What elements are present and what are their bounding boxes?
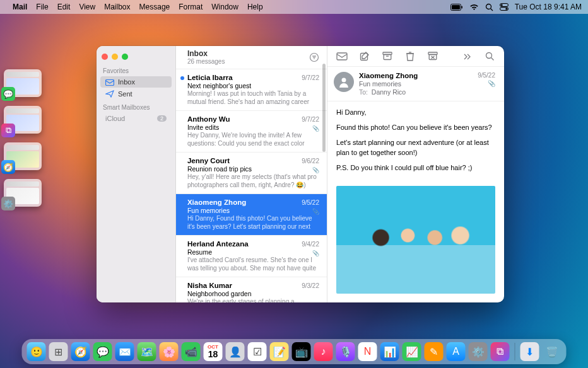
message-body: Hi Danny,Found this photo! Can you belie… bbox=[327, 101, 504, 183]
filter-button[interactable] bbox=[309, 52, 319, 62]
menu-file[interactable]: File bbox=[36, 3, 48, 11]
body-paragraph: P.S. Do you think I could pull off blue … bbox=[336, 163, 495, 173]
menu-message[interactable]: Message bbox=[139, 3, 170, 11]
dock-facetime[interactable]: 📹 bbox=[182, 342, 201, 361]
spotlight-icon[interactable] bbox=[485, 3, 493, 11]
svg-rect-2 bbox=[461, 6, 462, 8]
message-row[interactable]: Nisha Kumar9/3/22Neighborhood gardenWe'r… bbox=[176, 277, 327, 302]
header-date: 9/5/22 bbox=[478, 72, 495, 79]
dock: 🙂 ⊞ 🧭 💬 ✉️ 🗺️ 🌸 📹 OCT18 👤 ☑︎ 📝 📺 ♪ 🎙️ N … bbox=[22, 339, 567, 364]
message-row[interactable]: Herland Antezana9/4/22ResumeI've attache… bbox=[176, 235, 327, 277]
svg-point-25 bbox=[342, 78, 346, 83]
sent-icon bbox=[105, 90, 114, 98]
dock-news[interactable]: N bbox=[358, 342, 377, 361]
message-attachment-image[interactable] bbox=[336, 186, 495, 294]
header-from: Xiaomeng Zhong bbox=[359, 72, 473, 79]
menu-clock[interactable]: Tue Oct 18 9:41 AM bbox=[515, 3, 582, 11]
dock-trash[interactable]: 🗑️ bbox=[543, 342, 562, 361]
wifi-icon[interactable] bbox=[469, 4, 479, 11]
stage-thumb-settings[interactable]: ⚙️ bbox=[4, 179, 42, 207]
header-to: To: Danny Rico bbox=[359, 88, 473, 96]
stage-thumb-safari[interactable]: 🧭 bbox=[4, 142, 42, 170]
dock-safari[interactable]: 🧭 bbox=[71, 342, 90, 361]
svg-point-23 bbox=[486, 52, 491, 58]
scrollbar[interactable] bbox=[322, 64, 326, 152]
sidebar-item-sent[interactable]: Sent bbox=[100, 88, 172, 100]
sidebar-section-smart: Smart Mailboxes bbox=[97, 100, 175, 112]
icloud-badge: 2 bbox=[157, 115, 167, 122]
get-mail-button[interactable] bbox=[336, 50, 348, 62]
message-preview: Hey Danny, We're loving the invite! A fe… bbox=[187, 132, 319, 147]
message-row[interactable]: Leticia Ibarra9/7/22Next neighbor's gues… bbox=[176, 69, 327, 110]
menu-mailbox[interactable]: Mailbox bbox=[104, 3, 130, 11]
archive-button[interactable] bbox=[382, 50, 393, 62]
dock-settings[interactable]: ⚙️ bbox=[469, 342, 488, 361]
message-preview: Hey, y'all! Here are my selects (that's … bbox=[187, 173, 319, 189]
menu-format[interactable]: Format bbox=[179, 3, 203, 11]
dock-downloads[interactable]: ⬇︎ bbox=[520, 342, 539, 361]
dock-tv[interactable]: 📺 bbox=[292, 342, 311, 361]
close-button[interactable] bbox=[102, 54, 108, 60]
stage-manager-strip: 💬 ⧉ 🧭 ⚙️ bbox=[4, 69, 44, 207]
stage-thumb-messages[interactable]: 💬 bbox=[4, 69, 42, 97]
dock-numbers[interactable]: 📈 bbox=[403, 342, 421, 361]
app-menu[interactable]: Mail bbox=[13, 3, 27, 11]
avatar bbox=[334, 72, 354, 92]
mail-window: Favorites Inbox Sent Smart Mailboxes iCl… bbox=[97, 46, 504, 302]
message-row[interactable]: Jenny Court9/6/22Reunion road trip picsH… bbox=[176, 152, 327, 193]
svg-point-6 bbox=[500, 4, 502, 6]
message-date: 9/6/22 bbox=[302, 158, 319, 164]
stage-thumb-shortcuts[interactable]: ⧉ bbox=[4, 106, 42, 134]
search-button[interactable] bbox=[484, 50, 495, 62]
message-from: Anthony Wu bbox=[187, 115, 302, 123]
message-list[interactable]: Leticia Ibarra9/7/22Next neighbor's gues… bbox=[176, 69, 327, 302]
message-date: 9/7/22 bbox=[302, 116, 319, 123]
inbox-icon bbox=[105, 78, 114, 86]
dock-calendar[interactable]: OCT18 bbox=[204, 342, 223, 361]
sidebar-item-inbox[interactable]: Inbox bbox=[100, 76, 172, 88]
message-row[interactable]: Anthony Wu9/7/22Invite editsHey Danny, W… bbox=[176, 110, 327, 152]
attachment-icon: 📎 bbox=[312, 250, 319, 256]
dock-mail[interactable]: ✉️ bbox=[115, 342, 134, 361]
zoom-button[interactable] bbox=[122, 54, 128, 60]
dock-launchpad[interactable]: ⊞ bbox=[49, 342, 68, 361]
reading-pane: Xiaomeng Zhong Fun memories To: Danny Ri… bbox=[327, 46, 504, 302]
junk-button[interactable] bbox=[427, 50, 438, 62]
mailbox-title: Inbox bbox=[187, 50, 309, 58]
attachment-icon: 📎 bbox=[312, 209, 319, 215]
dock-appstore[interactable]: A bbox=[447, 342, 466, 361]
dock-reminders[interactable]: ☑︎ bbox=[248, 342, 267, 361]
dock-music[interactable]: ♪ bbox=[314, 342, 333, 361]
svg-rect-17 bbox=[384, 55, 391, 60]
menu-window[interactable]: Window bbox=[211, 3, 238, 11]
minimize-button[interactable] bbox=[112, 54, 118, 60]
sidebar-item-icloud[interactable]: iCloud 2 bbox=[100, 113, 172, 124]
menu-help[interactable]: Help bbox=[247, 3, 263, 11]
dock-photos[interactable]: 🌸 bbox=[160, 342, 179, 361]
message-from: Nisha Kumar bbox=[187, 282, 302, 289]
dock-finder[interactable]: 🙂 bbox=[27, 342, 46, 361]
message-row[interactable]: Xiaomeng Zhong9/5/22Fun memoriesHi Danny… bbox=[176, 193, 327, 235]
dock-maps[interactable]: 🗺️ bbox=[138, 342, 156, 361]
control-center-icon[interactable] bbox=[500, 3, 509, 11]
dock-shortcuts[interactable]: ⧉ bbox=[491, 342, 510, 361]
dock-keynote[interactable]: 📊 bbox=[380, 342, 399, 361]
mailbox-sidebar: Favorites Inbox Sent Smart Mailboxes iCl… bbox=[97, 46, 176, 302]
unread-dot-icon bbox=[180, 76, 184, 80]
compose-button[interactable] bbox=[359, 50, 370, 62]
menu-edit[interactable]: Edit bbox=[57, 3, 71, 11]
menu-view[interactable]: View bbox=[79, 3, 95, 11]
message-preview: Hi Danny, Found this photo! Can you beli… bbox=[187, 215, 319, 231]
dock-pages[interactable]: ✎ bbox=[425, 342, 444, 361]
dock-messages[interactable]: 💬 bbox=[93, 342, 112, 361]
message-date: 9/5/22 bbox=[302, 199, 319, 206]
dock-podcasts[interactable]: 🎙️ bbox=[336, 342, 355, 361]
window-controls bbox=[97, 50, 175, 64]
dock-notes[interactable]: 📝 bbox=[270, 342, 289, 361]
more-button[interactable] bbox=[461, 50, 473, 62]
dock-contacts[interactable]: 👤 bbox=[226, 342, 245, 361]
menu-bar: Mail File Edit View Mailbox Message Form… bbox=[0, 0, 588, 14]
delete-button[interactable] bbox=[404, 50, 416, 62]
battery-icon[interactable] bbox=[450, 4, 463, 11]
message-subject: Reunion road trip pics bbox=[187, 165, 319, 173]
